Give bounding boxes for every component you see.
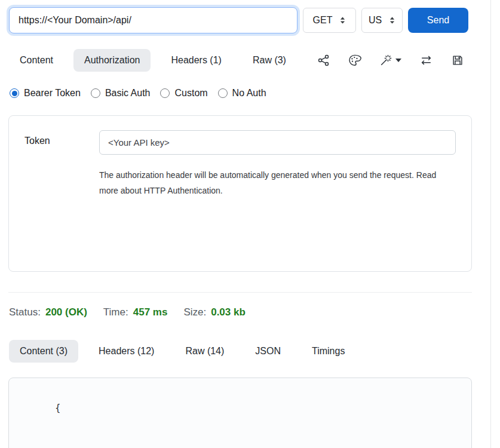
response-body-code: { "message": "API running." } [8, 378, 472, 448]
save-icon [451, 54, 464, 67]
radio-unchecked-icon[interactable] [218, 88, 228, 98]
save-button[interactable] [451, 54, 464, 67]
token-field-group: The authorization header will be automat… [99, 130, 456, 257]
auth-option-no-auth[interactable]: No Auth [218, 88, 266, 99]
radio-unchecked-icon[interactable] [160, 88, 170, 98]
tab-content[interactable]: Content [9, 49, 64, 72]
api-tester-page: GET US Send Content Authorization Header… [0, 0, 500, 448]
status-value: 200 (OK) [45, 306, 87, 318]
auth-option-label: Custom [174, 88, 207, 99]
status-label: Status: [9, 306, 41, 318]
time-label: Time: [103, 306, 128, 318]
auth-help-text: The authorization header will be automat… [99, 167, 456, 198]
tab-response-raw[interactable]: Raw (14) [174, 340, 235, 363]
magic-actions-button[interactable] [379, 54, 401, 67]
size-label: Size: [183, 306, 206, 318]
code-line: { [23, 386, 458, 431]
method-select-value: GET [313, 15, 333, 26]
request-toolbar [317, 54, 472, 67]
tab-response-timings[interactable]: Timings [301, 340, 355, 363]
auth-option-custom[interactable]: Custom [160, 88, 207, 99]
time-item: Time: 457 ms [103, 306, 168, 318]
auth-option-label: Bearer Token [24, 88, 81, 99]
radio-unchecked-icon[interactable] [91, 88, 100, 98]
response-tabs-row: Content (3) Headers (12) Raw (14) JSON T… [9, 340, 472, 363]
auth-option-bearer-token[interactable]: Bearer Token [10, 88, 81, 99]
swap-button[interactable] [419, 54, 433, 67]
magic-wand-icon [379, 54, 392, 67]
auth-option-label: Basic Auth [105, 88, 151, 99]
code-line: "message": "API running." [23, 431, 458, 448]
radio-checked-icon[interactable] [10, 88, 19, 98]
auth-option-label: No Auth [232, 88, 266, 99]
chevron-down-icon [395, 59, 401, 62]
region-select-value: US [369, 15, 382, 26]
code-open-brace: { [55, 403, 60, 413]
share-button[interactable] [317, 54, 330, 67]
auth-option-basic-auth[interactable]: Basic Auth [91, 88, 151, 99]
palette-icon [348, 54, 361, 67]
size-item: Size: 0.03 kb [183, 306, 245, 318]
tab-headers[interactable]: Headers (1) [160, 49, 232, 72]
tab-response-json[interactable]: JSON [244, 340, 292, 363]
response-summary: Status: 200 (OK) Time: 457 ms Size: 0.03… [9, 306, 472, 318]
size-value: 0.03 kb [211, 306, 246, 318]
status-item: Status: 200 (OK) [9, 306, 87, 318]
token-label: Token [24, 130, 99, 257]
token-input[interactable] [99, 130, 456, 155]
method-select[interactable]: GET [303, 8, 356, 33]
right-column-divider [490, 0, 491, 448]
url-input[interactable] [9, 7, 297, 33]
bearer-token-panel: Token The authorization header will be a… [8, 115, 472, 272]
tab-raw[interactable]: Raw (3) [242, 49, 297, 72]
tab-response-headers[interactable]: Headers (12) [88, 340, 165, 363]
theme-button[interactable] [348, 54, 361, 67]
request-tabs-row: Content Authorization Headers (1) Raw (3… [9, 49, 472, 72]
tab-response-content[interactable]: Content (3) [9, 340, 78, 363]
updown-arrows-icon [339, 16, 346, 24]
share-icon [317, 54, 330, 67]
region-select[interactable]: US [361, 8, 403, 33]
send-button[interactable]: Send [408, 8, 468, 33]
tab-authorization[interactable]: Authorization [73, 49, 151, 72]
swap-arrows-icon [419, 54, 433, 67]
request-url-row: GET US Send [9, 7, 472, 33]
auth-type-row: Bearer Token Basic Auth Custom No Auth [10, 88, 472, 99]
time-value: 457 ms [133, 306, 168, 318]
updown-arrows-icon [389, 16, 395, 24]
section-divider [8, 292, 472, 293]
